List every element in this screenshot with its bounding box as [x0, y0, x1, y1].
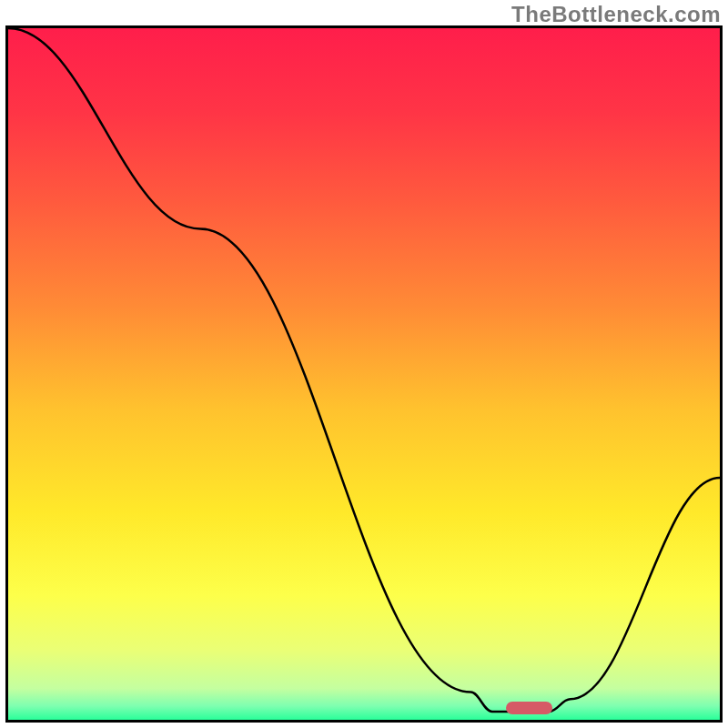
- plot-area: [8, 28, 720, 720]
- watermark-text: TheBottleneck.com: [511, 2, 721, 27]
- chart-container: TheBottleneck.com: [0, 0, 728, 728]
- curve-layer: [8, 28, 720, 720]
- bottleneck-curve: [8, 28, 720, 712]
- optimal-range-marker: [506, 702, 552, 714]
- plot-frame: [5, 25, 723, 723]
